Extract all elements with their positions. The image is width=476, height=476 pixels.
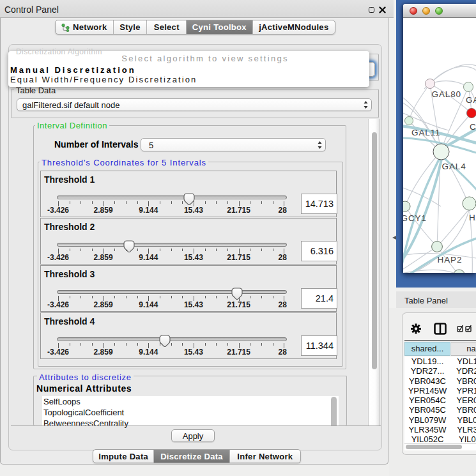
svg-text:GAL4: GAL4 [442,162,466,171]
svg-text:HAP2: HAP2 [438,255,463,265]
svg-text:HA: HA [469,213,476,222]
svg-text:GAL80: GAL80 [432,89,462,99]
svg-text:GA: GA [466,95,476,105]
svg-text:GCY1: GCY1 [403,213,427,223]
svg-text:CD: CD [470,122,476,132]
svg-text:GAL11: GAL11 [411,128,441,137]
